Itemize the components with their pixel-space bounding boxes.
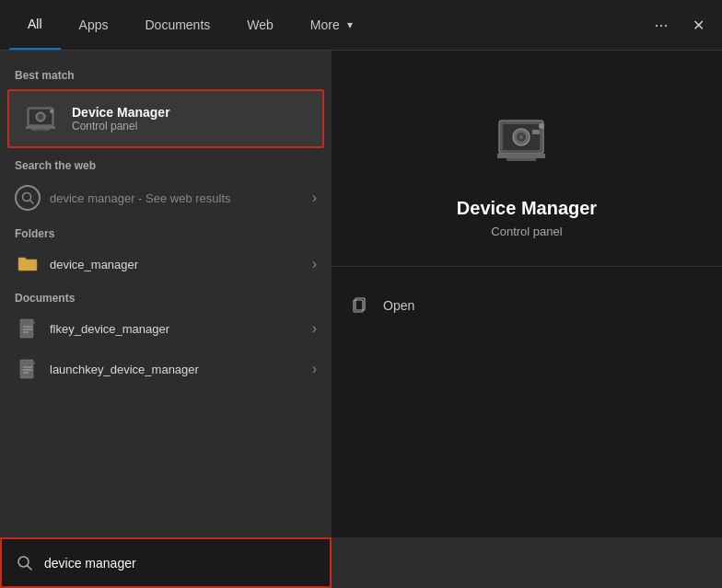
more-options-button[interactable]: ···	[646, 10, 676, 40]
main-content: Best match Device Manager Control panel	[0, 51, 722, 537]
top-nav: All Apps Documents Web More ▾ ··· ✕	[0, 0, 722, 51]
best-match-label: Best match	[0, 62, 332, 86]
open-label: Open	[383, 298, 414, 313]
right-panel: Device Manager Control panel Open	[332, 51, 722, 537]
folders-label: Folders	[0, 220, 332, 244]
chevron-right-icon: ›	[312, 256, 317, 272]
search-icon	[15, 185, 41, 211]
document-icon	[15, 316, 41, 341]
chevron-right-icon: ›	[312, 320, 317, 337]
tab-more[interactable]: More ▾	[292, 0, 371, 50]
svg-point-21	[519, 135, 523, 139]
document-icon	[15, 356, 41, 382]
tab-web[interactable]: Web	[228, 0, 292, 50]
open-action[interactable]: Open	[332, 285, 722, 326]
web-search-item[interactable]: device manager - See web results ›	[0, 176, 332, 220]
web-search-label: Search the web	[0, 152, 332, 176]
document-name: launchkey_device_manager	[50, 363, 312, 376]
document-name: flkey_device_manager	[50, 322, 312, 336]
chevron-right-icon: ›	[312, 190, 317, 206]
best-match-title: Device Manager	[72, 105, 170, 120]
svg-line-8	[30, 201, 34, 204]
svg-point-24	[539, 123, 544, 129]
search-bar-icon	[15, 553, 35, 573]
divider	[332, 266, 722, 267]
tab-apps[interactable]: Apps	[61, 0, 127, 50]
svg-rect-5	[31, 129, 50, 131]
svg-line-29	[28, 565, 32, 570]
search-bar	[0, 537, 332, 588]
svg-rect-23	[507, 158, 536, 161]
nav-actions: ··· ✕	[646, 10, 713, 40]
documents-label: Documents	[0, 284, 332, 308]
web-search-text: device manager - See web results	[50, 191, 312, 205]
folder-name: device_manager	[50, 258, 312, 271]
svg-rect-25	[532, 130, 540, 134]
folder-icon	[15, 251, 41, 277]
device-manager-icon	[24, 100, 61, 137]
svg-point-3	[38, 114, 43, 120]
left-panel: Best match Device Manager Control panel	[0, 51, 332, 537]
svg-rect-4	[26, 126, 55, 129]
right-panel-subtitle: Control panel	[491, 225, 562, 238]
tab-all[interactable]: All	[9, 0, 61, 50]
right-panel-title: Device Manager	[457, 198, 597, 219]
best-match-item[interactable]: Device Manager Control panel	[7, 89, 324, 148]
open-icon	[350, 294, 372, 317]
close-button[interactable]: ✕	[683, 10, 713, 40]
best-match-subtitle: Control panel	[72, 120, 170, 133]
search-input[interactable]	[44, 556, 317, 571]
list-item[interactable]: flkey_device_manager ›	[0, 308, 332, 349]
list-item[interactable]: launchkey_device_manager ›	[0, 349, 332, 389]
chevron-down-icon: ▾	[347, 18, 353, 31]
chevron-right-icon: ›	[312, 361, 317, 377]
best-match-text: Device Manager Control panel	[72, 105, 170, 133]
svg-point-6	[50, 110, 53, 113]
list-item[interactable]: device_manager ›	[0, 244, 332, 284]
tab-documents[interactable]: Documents	[126, 0, 228, 50]
right-panel-device-manager-icon	[490, 106, 564, 179]
svg-rect-22	[497, 154, 545, 158]
